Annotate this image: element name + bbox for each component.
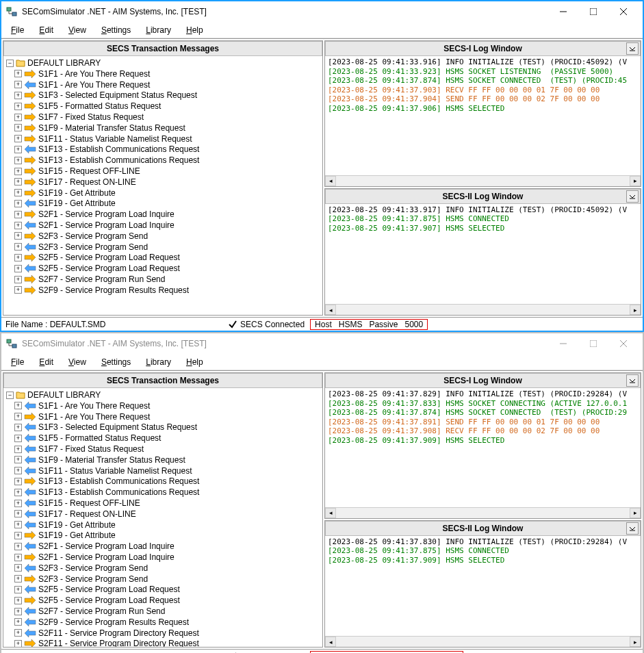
- menu-file[interactable]: File: [4, 24, 31, 36]
- tree-item[interactable]: +S2F7 - Service Program Run Send: [5, 274, 321, 285]
- tree-item[interactable]: +S2F1 - Service Program Load Inquire: [5, 209, 321, 220]
- expand-icon[interactable]: +: [14, 424, 22, 431]
- scrollbar-horizontal[interactable]: ◂▸: [325, 636, 641, 647]
- log-content[interactable]: [2023-08-25 09:41:33.916] INFO INITIALIZ…: [325, 56, 641, 175]
- expand-icon[interactable]: +: [14, 265, 22, 272]
- tree-item[interactable]: +S1F19 - Get Attribute: [5, 530, 321, 541]
- collapse-icon[interactable]: −: [6, 392, 14, 399]
- tree-item[interactable]: +S2F11 - Service Program Directory Reque…: [5, 639, 321, 647]
- tree-item[interactable]: +S1F1 - Are You There Request: [5, 411, 321, 422]
- tree-item[interactable]: +S1F13 - Establish Communications Reques…: [5, 487, 321, 498]
- message-tree[interactable]: −DEFAULT LIBRARY+S1F1 - Are You There Re…: [3, 388, 322, 647]
- maximize-button[interactable]: [578, 3, 608, 21]
- tree-item[interactable]: +S1F1 - Are You There Request: [5, 68, 321, 79]
- titlebar[interactable]: SEComSimulator .NET - AIM Systems, Inc. …: [1, 1, 643, 22]
- tree-item[interactable]: +S1F19 - Get Attribute: [5, 520, 321, 530]
- expand-icon[interactable]: +: [14, 575, 22, 582]
- scrollbar-horizontal[interactable]: ◂▸: [325, 507, 641, 518]
- tree-item[interactable]: +S2F1 - Service Program Load Inquire: [5, 541, 321, 552]
- menu-file[interactable]: File: [4, 356, 31, 368]
- menu-library[interactable]: Library: [139, 24, 178, 36]
- scroll-left-icon[interactable]: ◂: [325, 508, 336, 518]
- titlebar[interactable]: SEComSimulator .NET - AIM Systems, Inc. …: [1, 333, 643, 354]
- collapse-button[interactable]: [626, 374, 639, 387]
- tree-item[interactable]: +S1F15 - Request OFF-LINE: [5, 166, 321, 177]
- tree-item[interactable]: +S2F1 - Service Program Load Inquire: [5, 220, 321, 231]
- scroll-left-icon[interactable]: ◂: [325, 637, 336, 647]
- collapse-button[interactable]: [626, 522, 639, 535]
- menu-library[interactable]: Library: [139, 356, 178, 368]
- collapse-button[interactable]: [626, 190, 639, 203]
- expand-icon[interactable]: +: [14, 413, 22, 420]
- collapse-button[interactable]: [626, 42, 639, 55]
- expand-icon[interactable]: +: [14, 500, 22, 507]
- scrollbar-horizontal[interactable]: ◂▸: [325, 304, 641, 315]
- tree-item[interactable]: +S1F17 - Request ON-LINE: [5, 509, 321, 520]
- expand-icon[interactable]: +: [14, 402, 22, 409]
- expand-icon[interactable]: +: [14, 157, 22, 164]
- tree-item[interactable]: +S1F9 - Material Transfer Status Request: [5, 123, 321, 133]
- tree-item[interactable]: +S2F5 - Service Program Load Request: [5, 253, 321, 264]
- tree-item[interactable]: +S2F5 - Service Program Load Request: [5, 585, 321, 596]
- minimize-button[interactable]: [548, 335, 578, 353]
- log-content[interactable]: [2023-08-25 09:41:37.830] INFO INITIALIZ…: [325, 536, 641, 636]
- expand-icon[interactable]: +: [14, 243, 22, 251]
- menu-edit[interactable]: Edit: [32, 356, 60, 368]
- tree-item[interactable]: +S2F3 - Service Program Send: [5, 231, 321, 242]
- expand-icon[interactable]: +: [14, 618, 22, 626]
- tree-root[interactable]: −DEFAULT LIBRARY: [5, 389, 321, 400]
- menu-settings[interactable]: Settings: [94, 24, 138, 36]
- scroll-right-icon[interactable]: ▸: [630, 637, 641, 647]
- expand-icon[interactable]: +: [14, 597, 22, 604]
- tree-item[interactable]: +S1F11 - Status Variable Namelist Reques…: [5, 133, 321, 144]
- tree-item[interactable]: +S1F3 - Selected Equipment Status Reques…: [5, 90, 321, 101]
- scroll-right-icon[interactable]: ▸: [630, 305, 641, 315]
- tree-item[interactable]: +S1F19 - Get Attribute: [5, 199, 321, 209]
- expand-icon[interactable]: +: [14, 211, 22, 218]
- tree-item[interactable]: +S1F19 - Get Attribute: [5, 188, 321, 199]
- expand-icon[interactable]: +: [14, 640, 22, 647]
- expand-icon[interactable]: +: [14, 146, 22, 153]
- scroll-left-icon[interactable]: ◂: [325, 176, 336, 186]
- tree-item[interactable]: +S1F1 - Are You There Request: [5, 400, 321, 411]
- expand-icon[interactable]: +: [14, 232, 22, 240]
- tree-item[interactable]: +S1F7 - Fixed Status Request: [5, 112, 321, 123]
- expand-icon[interactable]: +: [14, 276, 22, 283]
- tree-item[interactable]: +S2F5 - Service Program Load Request: [5, 263, 321, 274]
- expand-icon[interactable]: +: [14, 435, 22, 442]
- menu-view[interactable]: View: [62, 24, 93, 36]
- expand-icon[interactable]: +: [14, 629, 22, 637]
- tree-item[interactable]: +S2F11 - Service Program Directory Reque…: [5, 628, 321, 639]
- expand-icon[interactable]: +: [14, 510, 22, 517]
- expand-icon[interactable]: +: [14, 543, 22, 550]
- expand-icon[interactable]: +: [14, 135, 22, 142]
- expand-icon[interactable]: +: [14, 532, 22, 539]
- expand-icon[interactable]: +: [14, 608, 22, 615]
- scroll-left-icon[interactable]: ◂: [325, 305, 336, 315]
- scrollbar-horizontal[interactable]: ◂▸: [325, 175, 641, 186]
- log-content[interactable]: [2023-08-25 09:41:37.829] INFO INITIALIZ…: [325, 388, 641, 507]
- tree-item[interactable]: +S2F7 - Service Program Run Send: [5, 606, 321, 617]
- menu-view[interactable]: View: [62, 356, 93, 368]
- expand-icon[interactable]: +: [14, 168, 22, 175]
- scroll-right-icon[interactable]: ▸: [630, 508, 641, 518]
- menu-help[interactable]: Help: [179, 356, 210, 368]
- tree-item[interactable]: +S1F7 - Fixed Status Request: [5, 444, 321, 454]
- tree-item[interactable]: +S2F3 - Service Program Send: [5, 574, 321, 585]
- expand-icon[interactable]: +: [14, 81, 22, 88]
- expand-icon[interactable]: +: [14, 467, 22, 474]
- menu-settings[interactable]: Settings: [94, 356, 138, 368]
- expand-icon[interactable]: +: [14, 222, 22, 229]
- menu-help[interactable]: Help: [179, 24, 210, 36]
- tree-item[interactable]: +S2F9 - Service Program Results Request: [5, 617, 321, 628]
- expand-icon[interactable]: +: [14, 586, 22, 593]
- maximize-button[interactable]: [578, 335, 608, 353]
- expand-icon[interactable]: +: [14, 456, 22, 463]
- message-tree[interactable]: −DEFAULT LIBRARY+S1F1 - Are You There Re…: [3, 56, 322, 315]
- tree-item[interactable]: +S1F11 - Status Variable Namelist Reques…: [5, 465, 321, 476]
- tree-item[interactable]: +S2F1 - Service Program Load Inquire: [5, 552, 321, 563]
- menu-edit[interactable]: Edit: [32, 24, 60, 36]
- expand-icon[interactable]: +: [14, 70, 22, 77]
- tree-item[interactable]: +S1F9 - Material Transfer Status Request: [5, 454, 321, 465]
- expand-icon[interactable]: +: [14, 564, 22, 572]
